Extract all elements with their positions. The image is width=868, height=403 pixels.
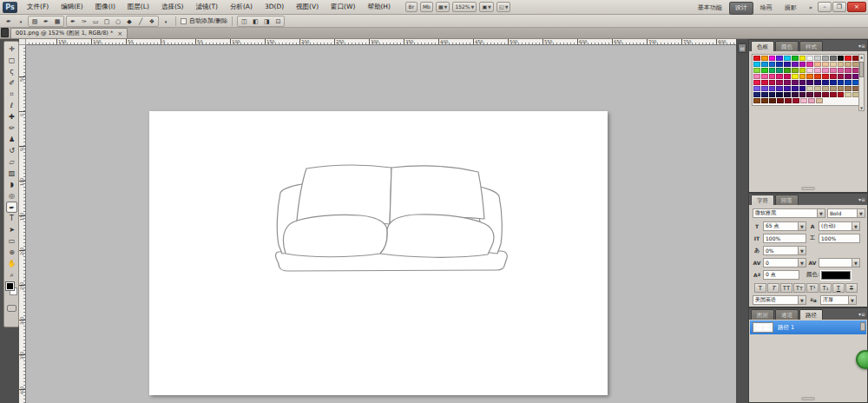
color-swatch[interactable] (814, 74, 821, 79)
dropdown-arrow-icon[interactable]: ▼ (798, 296, 806, 304)
color-swatch[interactable] (814, 56, 821, 61)
vertical-scale-field[interactable]: 100% (763, 234, 806, 243)
rectangle-tool[interactable]: ▭ (6, 235, 17, 247)
collapsed-panel-icon[interactable]: ▤ (738, 43, 746, 53)
color-swatch[interactable] (845, 68, 852, 73)
color-swatch[interactable] (784, 68, 791, 73)
panel-resize-grip[interactable] (801, 397, 815, 400)
color-swatch[interactable] (814, 68, 821, 73)
color-swatch[interactable] (776, 62, 783, 67)
color-swatch[interactable] (784, 86, 791, 91)
color-swatch[interactable] (800, 98, 807, 103)
menu-分析[interactable]: 分析(A) (224, 0, 259, 14)
3d-rotate-tool[interactable]: ⊕ (6, 247, 17, 258)
path-selection-tool[interactable]: ➤ (6, 224, 17, 235)
font-size-icon[interactable]: T (753, 223, 761, 229)
auto-add-delete-option[interactable]: 自动添加/删除 (181, 17, 227, 25)
auto-add-delete-checkbox[interactable] (181, 18, 187, 24)
dropdown-arrow-icon[interactable]: ▼ (798, 247, 806, 254)
dropdown-arrow-icon[interactable]: ▼ (798, 259, 806, 267)
color-swatch[interactable] (822, 74, 829, 79)
color-swatch[interactable] (792, 92, 799, 97)
color-swatch[interactable] (776, 74, 783, 79)
proportional-spacing-icon[interactable]: あ (753, 247, 761, 254)
tracking-select[interactable]: 0▼ (763, 258, 806, 268)
font-style-select[interactable]: Bold▼ (827, 208, 865, 218)
shape-icon-7[interactable]: ❖ (147, 17, 157, 26)
tracking-icon[interactable]: AV (753, 260, 761, 266)
tab-色板[interactable]: 色板 (751, 41, 774, 51)
menu-图层[interactable]: 图层(L) (122, 0, 155, 14)
color-swatch[interactable] (838, 74, 845, 79)
color-swatch[interactable] (769, 74, 776, 79)
color-swatch[interactable] (799, 80, 806, 85)
color-swatch[interactable] (777, 98, 784, 103)
color-swatch[interactable] (784, 92, 791, 97)
dropdown-arrow-icon[interactable]: ▼ (852, 222, 859, 230)
menu-窗口[interactable]: 窗口(W) (325, 0, 361, 14)
tab-路径[interactable]: 路径 (799, 309, 823, 320)
color-swatch[interactable] (761, 98, 768, 103)
color-swatch[interactable] (784, 56, 791, 61)
tab-段落[interactable]: 段落 (775, 195, 799, 205)
pen-tool[interactable]: ✒ (6, 202, 17, 213)
color-swatch[interactable] (761, 68, 768, 73)
eraser-tool[interactable]: ▱ (6, 156, 17, 168)
color-swatch[interactable] (792, 62, 799, 67)
font-size-select[interactable]: 65 点▼ (763, 221, 806, 231)
panel-menu-icon[interactable]: ▾≡ (858, 43, 865, 49)
shape-icon-4[interactable]: ○ (113, 17, 123, 26)
foreground-color-swatch[interactable] (6, 282, 14, 290)
tab-图层[interactable]: 图层 (751, 309, 774, 320)
color-swatch[interactable] (838, 86, 845, 91)
subscript-button[interactable]: T₁ (819, 283, 832, 293)
color-swatch[interactable] (761, 80, 768, 85)
color-swatch[interactable] (814, 86, 821, 91)
vertical-scale-icon[interactable]: IT (753, 235, 761, 241)
path-op-icon-1[interactable]: ◧ (250, 17, 260, 26)
faux-italic-button[interactable]: T (767, 283, 779, 293)
color-swatch[interactable] (769, 80, 776, 85)
menu-3D[interactable]: 3D(D) (259, 0, 290, 14)
shape-icon-5[interactable]: ◆ (124, 17, 135, 26)
language-select[interactable]: 美国英语▼ (753, 295, 806, 305)
workspace-overflow-chevron[interactable]: » (804, 3, 818, 14)
gradient-tool[interactable]: ▨ (6, 168, 17, 179)
color-swatch[interactable] (838, 56, 845, 61)
color-swatch[interactable] (799, 92, 806, 97)
crop-tool[interactable]: ⌗ (6, 89, 17, 100)
faux-bold-button[interactable]: T (754, 283, 766, 293)
color-swatch[interactable] (814, 92, 821, 97)
sofa-path-drawing[interactable] (273, 162, 510, 273)
shape-icon-6[interactable]: ╱ (135, 17, 146, 26)
blur-tool[interactable]: ◗ (6, 179, 17, 190)
move-tool[interactable]: ✛ (6, 43, 17, 55)
color-swatch[interactable] (806, 62, 813, 67)
swatches-scrollbar[interactable]: ▲ ▼ (858, 54, 865, 111)
color-swatch[interactable] (792, 86, 799, 91)
restore-button[interactable]: ❐ (832, 2, 846, 12)
color-swatch[interactable] (806, 80, 813, 85)
horizontal-ruler[interactable]: 1501005005010015020025030035040045050055… (26, 39, 736, 45)
workspace-摄影[interactable]: 摄影 (779, 3, 802, 14)
color-swatch[interactable] (792, 74, 799, 79)
color-swatch[interactable] (776, 68, 783, 73)
shape-icon-2[interactable]: ▭ (90, 17, 101, 26)
text-color-swatch[interactable] (821, 271, 851, 280)
type-tool[interactable]: T (6, 213, 17, 224)
color-swatch[interactable] (769, 62, 776, 67)
tab-颜色[interactable]: 颜色 (775, 41, 799, 51)
workspace-设计[interactable]: 设计 (729, 2, 753, 15)
color-swatch[interactable] (845, 80, 852, 85)
font-family-select[interactable]: 微软雅黑▼ (753, 208, 825, 218)
shape-icon-3[interactable]: ▢ (102, 17, 112, 26)
color-swatch[interactable] (822, 68, 829, 73)
lasso-tool[interactable]: ς (6, 66, 17, 77)
color-swatch[interactable] (769, 56, 776, 61)
close-tab-icon[interactable]: × (117, 30, 122, 37)
color-swatch[interactable] (761, 86, 768, 91)
color-swatch[interactable] (776, 86, 783, 91)
dropdown-arrow-icon[interactable]: ▼ (798, 222, 806, 230)
all-caps-button[interactable]: TT (780, 283, 792, 293)
panel-menu-icon[interactable]: ▾≡ (858, 196, 865, 202)
